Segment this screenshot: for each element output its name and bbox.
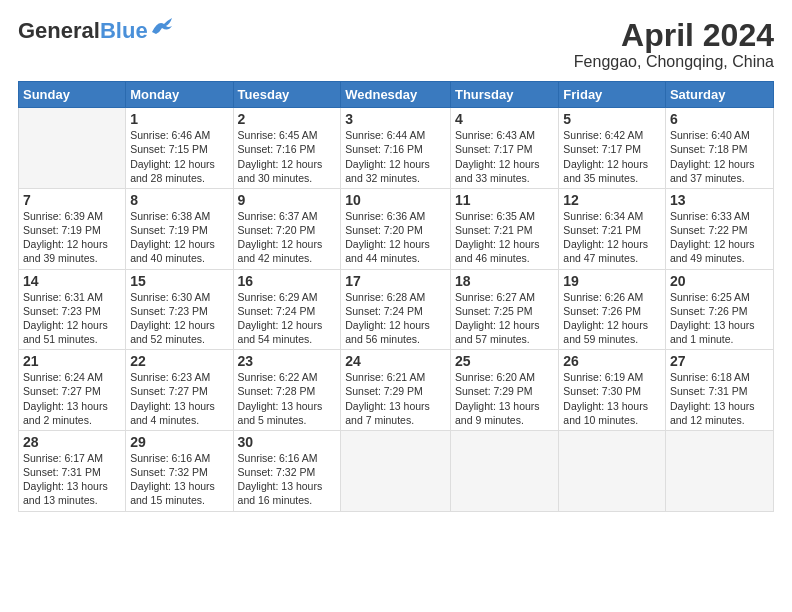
day-info: Sunrise: 6:22 AM Sunset: 7:28 PM Dayligh…	[238, 370, 337, 427]
month-title: April 2024	[574, 18, 774, 53]
calendar-cell	[341, 430, 451, 511]
calendar-cell: 30Sunrise: 6:16 AM Sunset: 7:32 PM Dayli…	[233, 430, 341, 511]
col-friday: Friday	[559, 82, 666, 108]
day-info: Sunrise: 6:44 AM Sunset: 7:16 PM Dayligh…	[345, 128, 446, 185]
page-container: General Blue April 2024 Fenggao, Chongqi…	[0, 0, 792, 612]
day-number: 8	[130, 192, 228, 208]
day-info: Sunrise: 6:23 AM Sunset: 7:27 PM Dayligh…	[130, 370, 228, 427]
calendar-cell: 22Sunrise: 6:23 AM Sunset: 7:27 PM Dayli…	[126, 350, 233, 431]
calendar-cell: 14Sunrise: 6:31 AM Sunset: 7:23 PM Dayli…	[19, 269, 126, 350]
calendar-cell: 5Sunrise: 6:42 AM Sunset: 7:17 PM Daylig…	[559, 108, 666, 189]
day-number: 15	[130, 273, 228, 289]
col-saturday: Saturday	[665, 82, 773, 108]
day-number: 1	[130, 111, 228, 127]
day-number: 22	[130, 353, 228, 369]
day-number: 24	[345, 353, 446, 369]
col-wednesday: Wednesday	[341, 82, 451, 108]
calendar-cell: 11Sunrise: 6:35 AM Sunset: 7:21 PM Dayli…	[450, 188, 558, 269]
day-number: 17	[345, 273, 446, 289]
calendar-cell: 17Sunrise: 6:28 AM Sunset: 7:24 PM Dayli…	[341, 269, 451, 350]
calendar-cell: 20Sunrise: 6:25 AM Sunset: 7:26 PM Dayli…	[665, 269, 773, 350]
calendar-cell: 27Sunrise: 6:18 AM Sunset: 7:31 PM Dayli…	[665, 350, 773, 431]
day-info: Sunrise: 6:24 AM Sunset: 7:27 PM Dayligh…	[23, 370, 121, 427]
day-info: Sunrise: 6:18 AM Sunset: 7:31 PM Dayligh…	[670, 370, 769, 427]
logo-blue: Blue	[100, 18, 148, 44]
day-number: 26	[563, 353, 661, 369]
day-number: 19	[563, 273, 661, 289]
logo-block: General Blue	[18, 18, 172, 46]
calendar-cell: 21Sunrise: 6:24 AM Sunset: 7:27 PM Dayli…	[19, 350, 126, 431]
day-info: Sunrise: 6:19 AM Sunset: 7:30 PM Dayligh…	[563, 370, 661, 427]
day-info: Sunrise: 6:38 AM Sunset: 7:19 PM Dayligh…	[130, 209, 228, 266]
calendar-cell	[450, 430, 558, 511]
calendar-cell	[559, 430, 666, 511]
day-number: 29	[130, 434, 228, 450]
calendar-cell: 10Sunrise: 6:36 AM Sunset: 7:20 PM Dayli…	[341, 188, 451, 269]
calendar-cell: 25Sunrise: 6:20 AM Sunset: 7:29 PM Dayli…	[450, 350, 558, 431]
day-info: Sunrise: 6:29 AM Sunset: 7:24 PM Dayligh…	[238, 290, 337, 347]
day-number: 27	[670, 353, 769, 369]
day-number: 10	[345, 192, 446, 208]
title-block: April 2024 Fenggao, Chongqing, China	[574, 18, 774, 71]
day-info: Sunrise: 6:40 AM Sunset: 7:18 PM Dayligh…	[670, 128, 769, 185]
col-tuesday: Tuesday	[233, 82, 341, 108]
day-number: 28	[23, 434, 121, 450]
day-info: Sunrise: 6:37 AM Sunset: 7:20 PM Dayligh…	[238, 209, 337, 266]
day-info: Sunrise: 6:21 AM Sunset: 7:29 PM Dayligh…	[345, 370, 446, 427]
calendar-cell: 18Sunrise: 6:27 AM Sunset: 7:25 PM Dayli…	[450, 269, 558, 350]
calendar-cell: 15Sunrise: 6:30 AM Sunset: 7:23 PM Dayli…	[126, 269, 233, 350]
location-title: Fenggao, Chongqing, China	[574, 53, 774, 71]
calendar-week-row-3: 14Sunrise: 6:31 AM Sunset: 7:23 PM Dayli…	[19, 269, 774, 350]
day-number: 5	[563, 111, 661, 127]
day-number: 9	[238, 192, 337, 208]
day-info: Sunrise: 6:30 AM Sunset: 7:23 PM Dayligh…	[130, 290, 228, 347]
day-info: Sunrise: 6:31 AM Sunset: 7:23 PM Dayligh…	[23, 290, 121, 347]
calendar-cell: 8Sunrise: 6:38 AM Sunset: 7:19 PM Daylig…	[126, 188, 233, 269]
day-info: Sunrise: 6:33 AM Sunset: 7:22 PM Dayligh…	[670, 209, 769, 266]
calendar-cell: 9Sunrise: 6:37 AM Sunset: 7:20 PM Daylig…	[233, 188, 341, 269]
calendar-table: Sunday Monday Tuesday Wednesday Thursday…	[18, 81, 774, 511]
calendar-cell	[19, 108, 126, 189]
day-info: Sunrise: 6:45 AM Sunset: 7:16 PM Dayligh…	[238, 128, 337, 185]
calendar-week-row-2: 7Sunrise: 6:39 AM Sunset: 7:19 PM Daylig…	[19, 188, 774, 269]
day-number: 14	[23, 273, 121, 289]
day-info: Sunrise: 6:20 AM Sunset: 7:29 PM Dayligh…	[455, 370, 554, 427]
calendar-cell: 16Sunrise: 6:29 AM Sunset: 7:24 PM Dayli…	[233, 269, 341, 350]
day-info: Sunrise: 6:43 AM Sunset: 7:17 PM Dayligh…	[455, 128, 554, 185]
day-number: 30	[238, 434, 337, 450]
col-monday: Monday	[126, 82, 233, 108]
day-number: 11	[455, 192, 554, 208]
day-info: Sunrise: 6:16 AM Sunset: 7:32 PM Dayligh…	[130, 451, 228, 508]
calendar-cell: 2Sunrise: 6:45 AM Sunset: 7:16 PM Daylig…	[233, 108, 341, 189]
day-number: 12	[563, 192, 661, 208]
day-info: Sunrise: 6:39 AM Sunset: 7:19 PM Dayligh…	[23, 209, 121, 266]
calendar-cell: 23Sunrise: 6:22 AM Sunset: 7:28 PM Dayli…	[233, 350, 341, 431]
calendar-cell: 7Sunrise: 6:39 AM Sunset: 7:19 PM Daylig…	[19, 188, 126, 269]
day-info: Sunrise: 6:35 AM Sunset: 7:21 PM Dayligh…	[455, 209, 554, 266]
calendar-cell: 28Sunrise: 6:17 AM Sunset: 7:31 PM Dayli…	[19, 430, 126, 511]
day-number: 23	[238, 353, 337, 369]
calendar-header-row: Sunday Monday Tuesday Wednesday Thursday…	[19, 82, 774, 108]
day-number: 20	[670, 273, 769, 289]
day-number: 21	[23, 353, 121, 369]
day-info: Sunrise: 6:34 AM Sunset: 7:21 PM Dayligh…	[563, 209, 661, 266]
calendar-cell: 24Sunrise: 6:21 AM Sunset: 7:29 PM Dayli…	[341, 350, 451, 431]
day-number: 2	[238, 111, 337, 127]
header: General Blue April 2024 Fenggao, Chongqi…	[18, 18, 774, 71]
day-info: Sunrise: 6:16 AM Sunset: 7:32 PM Dayligh…	[238, 451, 337, 508]
day-number: 13	[670, 192, 769, 208]
calendar-cell: 4Sunrise: 6:43 AM Sunset: 7:17 PM Daylig…	[450, 108, 558, 189]
day-number: 16	[238, 273, 337, 289]
day-number: 4	[455, 111, 554, 127]
calendar-cell: 29Sunrise: 6:16 AM Sunset: 7:32 PM Dayli…	[126, 430, 233, 511]
logo-bird-icon	[150, 18, 172, 36]
day-info: Sunrise: 6:36 AM Sunset: 7:20 PM Dayligh…	[345, 209, 446, 266]
calendar-week-row-5: 28Sunrise: 6:17 AM Sunset: 7:31 PM Dayli…	[19, 430, 774, 511]
day-number: 7	[23, 192, 121, 208]
calendar-cell: 12Sunrise: 6:34 AM Sunset: 7:21 PM Dayli…	[559, 188, 666, 269]
calendar-cell: 1Sunrise: 6:46 AM Sunset: 7:15 PM Daylig…	[126, 108, 233, 189]
day-info: Sunrise: 6:42 AM Sunset: 7:17 PM Dayligh…	[563, 128, 661, 185]
calendar-cell: 13Sunrise: 6:33 AM Sunset: 7:22 PM Dayli…	[665, 188, 773, 269]
day-info: Sunrise: 6:17 AM Sunset: 7:31 PM Dayligh…	[23, 451, 121, 508]
day-info: Sunrise: 6:26 AM Sunset: 7:26 PM Dayligh…	[563, 290, 661, 347]
